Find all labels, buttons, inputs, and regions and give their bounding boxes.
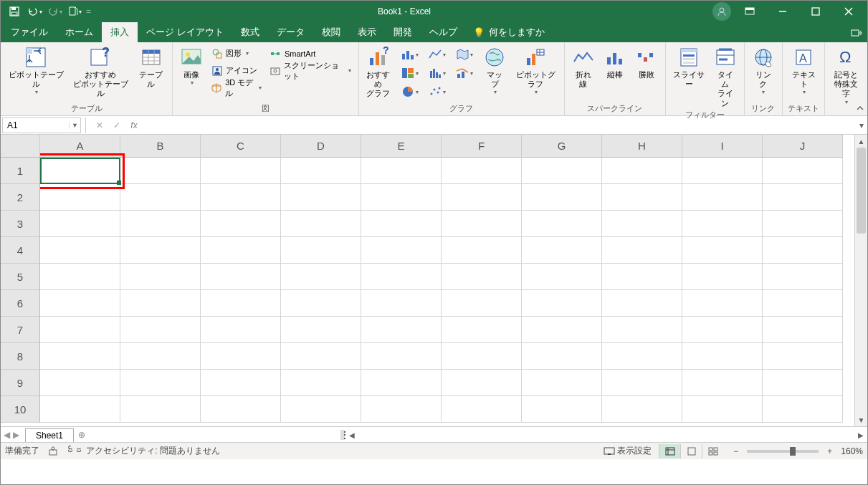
- view-page-layout-button[interactable]: [680, 444, 702, 458]
- line-chart-button[interactable]: ▾: [424, 46, 449, 63]
- formula-bar-expand[interactable]: ▾: [856, 120, 867, 130]
- picture-button[interactable]: 画像▾: [176, 44, 207, 88]
- col-header-f[interactable]: F: [442, 135, 522, 158]
- undo-button[interactable]: ▾: [25, 3, 44, 20]
- statistical-chart-button[interactable]: ▾: [424, 64, 449, 82]
- recommended-charts-button[interactable]: ? おすすめ グラフ: [362, 44, 395, 100]
- name-box-dropdown[interactable]: ▼: [69, 122, 80, 129]
- select-all-corner[interactable]: [1, 135, 40, 158]
- timeline-button[interactable]: タイム ライン: [710, 44, 741, 110]
- close-button[interactable]: [834, 1, 863, 21]
- shapes-button[interactable]: 図形▾: [210, 46, 263, 61]
- sparkline-winloss-button[interactable]: 勝敗: [631, 44, 662, 81]
- tab-scroll-split[interactable]: ⋮: [340, 430, 345, 440]
- row-header-3[interactable]: 3: [1, 211, 40, 237]
- smartart-button[interactable]: SmartArt: [269, 46, 353, 61]
- combo-chart-button[interactable]: ▾: [452, 64, 476, 82]
- recommended-pivot-button[interactable]: ? おすすめ ピボットテーブル: [68, 44, 133, 100]
- tab-home[interactable]: ホーム: [57, 22, 102, 42]
- tab-formulas[interactable]: 数式: [232, 22, 268, 42]
- row-header-8[interactable]: 8: [1, 343, 40, 370]
- pivot-chart-button[interactable]: ピボットグラフ▾: [510, 44, 561, 97]
- col-header-g[interactable]: G: [522, 135, 602, 158]
- formula-input[interactable]: [145, 117, 856, 133]
- tab-help[interactable]: ヘルプ: [421, 22, 466, 42]
- col-header-a[interactable]: A: [40, 135, 120, 158]
- col-header-h[interactable]: H: [602, 135, 682, 158]
- macro-record-icon[interactable]: [48, 446, 58, 456]
- tab-insert[interactable]: 挿入: [102, 22, 138, 42]
- formula-cancel-button[interactable]: ✕: [93, 120, 106, 130]
- row-header-7[interactable]: 7: [1, 317, 40, 343]
- row-header-5[interactable]: 5: [1, 264, 40, 290]
- pivot-table-button[interactable]: ピボットテーブル▾: [4, 44, 68, 97]
- svg-rect-43: [430, 71, 432, 78]
- zoom-in-button[interactable]: +: [824, 446, 835, 456]
- col-header-d[interactable]: D: [281, 135, 361, 158]
- zoom-slider-knob[interactable]: [790, 447, 796, 456]
- col-header-j[interactable]: J: [763, 135, 843, 158]
- save-button[interactable]: [5, 3, 24, 20]
- ribbon-collapse-button[interactable]: [856, 104, 864, 112]
- scroll-down-button[interactable]: ▼: [855, 413, 867, 426]
- row-header-1[interactable]: 1: [1, 158, 40, 184]
- tab-file[interactable]: ファイル: [2, 22, 57, 42]
- vertical-scrollbar[interactable]: ▲ ▼: [854, 135, 867, 426]
- col-header-i[interactable]: I: [682, 135, 763, 158]
- view-page-break-button[interactable]: [702, 444, 723, 458]
- pie-chart-button[interactable]: ▾: [397, 83, 421, 100]
- formula-enter-button[interactable]: ✓: [110, 120, 123, 130]
- table-button[interactable]: テーブル: [133, 44, 169, 90]
- 3d-models-button[interactable]: 3D モデル▾: [210, 80, 263, 95]
- minimize-button[interactable]: [768, 1, 797, 21]
- accessibility-status[interactable]: ఠ్ఠ アクセシビリティ: 問題ありません: [67, 445, 220, 457]
- col-header-c[interactable]: C: [201, 135, 281, 158]
- zoom-out-button[interactable]: −: [730, 446, 741, 456]
- maximize-button[interactable]: [801, 1, 830, 21]
- link-button[interactable]: リン ク▾: [748, 44, 779, 97]
- symbols-button[interactable]: Ω記号と 特殊文字▾: [828, 44, 864, 107]
- tab-review[interactable]: 校閲: [313, 22, 349, 42]
- column-chart-button[interactable]: ▾: [397, 46, 421, 63]
- col-header-e[interactable]: E: [361, 135, 442, 158]
- tab-developer[interactable]: 開発: [385, 22, 421, 42]
- sparkline-line-button[interactable]: 折れ線: [568, 44, 599, 90]
- sheet-nav-next[interactable]: ▶: [13, 430, 19, 440]
- sheet-tab-sheet1[interactable]: Sheet1: [25, 428, 74, 442]
- maps-chart-button[interactable]: ▾: [452, 46, 476, 63]
- name-box[interactable]: A1 ▼: [2, 117, 81, 133]
- print-preview-button[interactable]: ▾: [65, 3, 84, 20]
- tab-data[interactable]: データ: [268, 22, 313, 42]
- ribbon-display-options-button[interactable]: [735, 1, 764, 21]
- tell-me-search[interactable]: 💡 何をしますか: [466, 22, 552, 42]
- hierarchy-chart-button[interactable]: ▾: [397, 64, 421, 82]
- add-sheet-button[interactable]: ⊕: [74, 430, 90, 440]
- redo-button[interactable]: ▾: [45, 3, 64, 20]
- row-header-4[interactable]: 4: [1, 237, 40, 264]
- screenshot-button[interactable]: スクリーンショット▾: [269, 63, 353, 78]
- vertical-scroll-thumb[interactable]: [857, 148, 866, 234]
- display-settings-button[interactable]: 表示設定: [604, 445, 652, 457]
- sparkline-column-button[interactable]: 縦棒: [599, 44, 631, 81]
- zoom-slider[interactable]: [747, 450, 819, 453]
- icons-button[interactable]: アイコン: [210, 63, 263, 78]
- user-account-button[interactable]: [712, 2, 731, 21]
- row-header-2[interactable]: 2: [1, 184, 40, 211]
- maps-button[interactable]: マップ▾: [479, 44, 510, 97]
- row-header-10[interactable]: 10: [1, 396, 40, 423]
- zoom-level[interactable]: 160%: [841, 446, 863, 456]
- text-button[interactable]: Aテキスト▾: [786, 44, 822, 97]
- insert-function-button[interactable]: fx: [128, 120, 140, 130]
- share-button[interactable]: [846, 24, 867, 42]
- tab-view[interactable]: 表示: [349, 22, 385, 42]
- sheet-nav-prev[interactable]: ◀: [4, 430, 10, 440]
- scatter-chart-button[interactable]: ▾: [424, 83, 449, 100]
- col-header-b[interactable]: B: [120, 135, 201, 158]
- cells-area[interactable]: [40, 158, 854, 423]
- slicer-button[interactable]: スライサー: [669, 44, 710, 90]
- tab-page-layout[interactable]: ページ レイアウト: [138, 22, 232, 42]
- view-normal-button[interactable]: [659, 444, 680, 458]
- row-header-6[interactable]: 6: [1, 290, 40, 317]
- scroll-up-button[interactable]: ▲: [855, 135, 867, 148]
- row-header-9[interactable]: 9: [1, 370, 40, 396]
